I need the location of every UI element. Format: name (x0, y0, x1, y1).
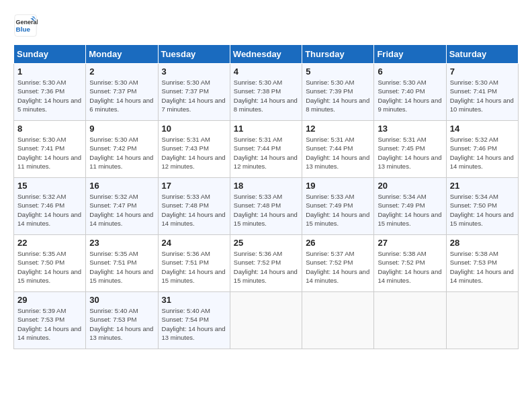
day-number: 18 (234, 181, 298, 191)
day-info: Sunrise: 5:30 AM Sunset: 7:40 PM Dayligh… (378, 78, 442, 113)
day-number: 27 (378, 238, 442, 248)
day-info: Sunrise: 5:32 AM Sunset: 7:47 PM Dayligh… (89, 192, 154, 228)
day-info: Sunrise: 5:31 AM Sunset: 7:45 PM Dayligh… (378, 135, 442, 171)
calendar-week-5: 29 Sunrise: 5:39 AM Sunset: 7:53 PM Dayl… (14, 292, 519, 349)
day-info: Sunrise: 5:30 AM Sunset: 7:37 PM Dayligh… (162, 78, 226, 113)
calendar-cell: 9 Sunrise: 5:30 AM Sunset: 7:42 PM Dayli… (86, 121, 158, 178)
calendar-cell: 2 Sunrise: 5:30 AM Sunset: 7:37 PM Dayli… (86, 64, 158, 121)
day-number: 29 (17, 295, 82, 305)
day-number: 4 (234, 66, 298, 77)
calendar-cell: 1 Sunrise: 5:30 AM Sunset: 7:36 PM Dayli… (14, 64, 86, 121)
day-info: Sunrise: 5:40 AM Sunset: 7:54 PM Dayligh… (162, 306, 226, 342)
day-info: Sunrise: 5:30 AM Sunset: 7:37 PM Dayligh… (89, 78, 154, 113)
calendar-cell: 14 Sunrise: 5:32 AM Sunset: 7:46 PM Dayl… (446, 121, 518, 178)
day-info: Sunrise: 5:33 AM Sunset: 7:49 PM Dayligh… (306, 192, 370, 228)
calendar-header-sunday: Sunday (14, 45, 86, 64)
day-info: Sunrise: 5:39 AM Sunset: 7:53 PM Dayligh… (17, 306, 82, 342)
day-number: 24 (162, 238, 226, 248)
day-number: 16 (89, 181, 154, 191)
calendar-header-saturday: Saturday (446, 45, 518, 64)
calendar-cell: 31 Sunrise: 5:40 AM Sunset: 7:54 PM Dayl… (158, 292, 230, 349)
day-number: 12 (306, 124, 370, 134)
day-info: Sunrise: 5:30 AM Sunset: 7:38 PM Dayligh… (234, 78, 298, 113)
day-info: Sunrise: 5:32 AM Sunset: 7:46 PM Dayligh… (450, 135, 515, 171)
calendar-cell: 7 Sunrise: 5:30 AM Sunset: 7:41 PM Dayli… (446, 64, 518, 121)
calendar-cell: 19 Sunrise: 5:33 AM Sunset: 7:49 PM Dayl… (302, 178, 374, 235)
day-number: 30 (89, 295, 154, 305)
calendar-week-1: 1 Sunrise: 5:30 AM Sunset: 7:36 PM Dayli… (14, 64, 519, 121)
svg-text:General: General (16, 19, 38, 26)
calendar-cell: 3 Sunrise: 5:30 AM Sunset: 7:37 PM Dayli… (158, 64, 230, 121)
calendar-cell: 4 Sunrise: 5:30 AM Sunset: 7:38 PM Dayli… (230, 64, 302, 121)
day-info: Sunrise: 5:31 AM Sunset: 7:43 PM Dayligh… (162, 135, 226, 171)
day-number: 6 (378, 66, 442, 77)
calendar-cell: 23 Sunrise: 5:35 AM Sunset: 7:51 PM Dayl… (86, 235, 158, 292)
calendar-cell: 18 Sunrise: 5:33 AM Sunset: 7:48 PM Dayl… (230, 178, 302, 235)
day-info: Sunrise: 5:30 AM Sunset: 7:42 PM Dayligh… (89, 135, 154, 171)
calendar-header-row: SundayMondayTuesdayWednesdayThursdayFrid… (14, 45, 519, 64)
calendar-cell: 25 Sunrise: 5:36 AM Sunset: 7:52 PM Dayl… (230, 235, 302, 292)
day-number: 26 (306, 238, 370, 248)
day-number: 21 (450, 181, 515, 191)
calendar-cell: 29 Sunrise: 5:39 AM Sunset: 7:53 PM Dayl… (14, 292, 86, 349)
day-info: Sunrise: 5:37 AM Sunset: 7:52 PM Dayligh… (306, 249, 370, 285)
day-info: Sunrise: 5:31 AM Sunset: 7:44 PM Dayligh… (306, 135, 370, 171)
day-info: Sunrise: 5:32 AM Sunset: 7:46 PM Dayligh… (17, 192, 82, 228)
day-number: 5 (306, 66, 370, 77)
calendar-cell: 26 Sunrise: 5:37 AM Sunset: 7:52 PM Dayl… (302, 235, 374, 292)
calendar-cell: 22 Sunrise: 5:35 AM Sunset: 7:50 PM Dayl… (14, 235, 86, 292)
calendar-cell: 8 Sunrise: 5:30 AM Sunset: 7:41 PM Dayli… (14, 121, 86, 178)
svg-text:Blue: Blue (16, 26, 31, 33)
calendar-week-3: 15 Sunrise: 5:32 AM Sunset: 7:46 PM Dayl… (14, 178, 519, 235)
day-number: 15 (17, 181, 82, 191)
calendar-cell (374, 292, 446, 349)
day-info: Sunrise: 5:34 AM Sunset: 7:50 PM Dayligh… (450, 192, 515, 228)
day-number: 10 (162, 124, 226, 134)
day-number: 20 (378, 181, 442, 191)
day-number: 31 (162, 295, 226, 305)
calendar-cell: 12 Sunrise: 5:31 AM Sunset: 7:44 PM Dayl… (302, 121, 374, 178)
day-number: 13 (378, 124, 442, 134)
calendar-week-2: 8 Sunrise: 5:30 AM Sunset: 7:41 PM Dayli… (14, 121, 519, 178)
day-info: Sunrise: 5:38 AM Sunset: 7:52 PM Dayligh… (378, 249, 442, 285)
day-info: Sunrise: 5:30 AM Sunset: 7:36 PM Dayligh… (17, 78, 82, 113)
calendar-cell: 6 Sunrise: 5:30 AM Sunset: 7:40 PM Dayli… (374, 64, 446, 121)
calendar-cell: 15 Sunrise: 5:32 AM Sunset: 7:46 PM Dayl… (14, 178, 86, 235)
day-info: Sunrise: 5:35 AM Sunset: 7:50 PM Dayligh… (17, 249, 82, 285)
calendar-header-friday: Friday (374, 45, 446, 64)
day-info: Sunrise: 5:30 AM Sunset: 7:41 PM Dayligh… (450, 78, 515, 113)
calendar-cell: 10 Sunrise: 5:31 AM Sunset: 7:43 PM Dayl… (158, 121, 230, 178)
logo-icon: General Blue (13, 13, 38, 38)
calendar-cell: 28 Sunrise: 5:38 AM Sunset: 7:53 PM Dayl… (446, 235, 518, 292)
calendar-header-thursday: Thursday (302, 45, 374, 64)
day-info: Sunrise: 5:40 AM Sunset: 7:53 PM Dayligh… (89, 306, 154, 342)
day-info: Sunrise: 5:30 AM Sunset: 7:39 PM Dayligh… (306, 78, 370, 113)
day-info: Sunrise: 5:33 AM Sunset: 7:48 PM Dayligh… (162, 192, 226, 228)
calendar-week-4: 22 Sunrise: 5:35 AM Sunset: 7:50 PM Dayl… (14, 235, 519, 292)
calendar-cell: 16 Sunrise: 5:32 AM Sunset: 7:47 PM Dayl… (86, 178, 158, 235)
calendar-header-monday: Monday (86, 45, 158, 64)
day-number: 14 (450, 124, 515, 134)
day-number: 1 (17, 66, 82, 77)
calendar-table: SundayMondayTuesdayWednesdayThursdayFrid… (13, 44, 519, 349)
day-number: 9 (89, 124, 154, 134)
page-container: General Blue SundayMondayTuesdayWednesda… (13, 13, 519, 349)
day-number: 11 (234, 124, 298, 134)
day-info: Sunrise: 5:30 AM Sunset: 7:41 PM Dayligh… (17, 135, 82, 171)
calendar-cell: 27 Sunrise: 5:38 AM Sunset: 7:52 PM Dayl… (374, 235, 446, 292)
day-number: 25 (234, 238, 298, 248)
day-info: Sunrise: 5:36 AM Sunset: 7:51 PM Dayligh… (162, 249, 226, 285)
calendar-cell: 11 Sunrise: 5:31 AM Sunset: 7:44 PM Dayl… (230, 121, 302, 178)
calendar-cell (446, 292, 518, 349)
calendar-cell: 21 Sunrise: 5:34 AM Sunset: 7:50 PM Dayl… (446, 178, 518, 235)
calendar-cell: 13 Sunrise: 5:31 AM Sunset: 7:45 PM Dayl… (374, 121, 446, 178)
day-number: 22 (17, 238, 82, 248)
calendar-cell: 30 Sunrise: 5:40 AM Sunset: 7:53 PM Dayl… (86, 292, 158, 349)
day-info: Sunrise: 5:34 AM Sunset: 7:49 PM Dayligh… (378, 192, 442, 228)
day-info: Sunrise: 5:35 AM Sunset: 7:51 PM Dayligh… (89, 249, 154, 285)
calendar-cell: 20 Sunrise: 5:34 AM Sunset: 7:49 PM Dayl… (374, 178, 446, 235)
day-number: 8 (17, 124, 82, 134)
calendar-cell (302, 292, 374, 349)
calendar-cell: 17 Sunrise: 5:33 AM Sunset: 7:48 PM Dayl… (158, 178, 230, 235)
day-number: 17 (162, 181, 226, 191)
